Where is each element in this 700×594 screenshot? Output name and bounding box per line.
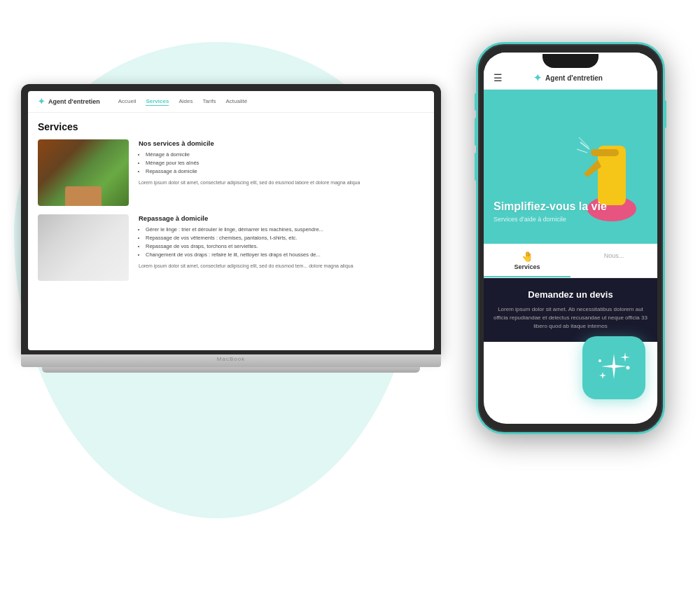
logo-icon: ✦ [38,97,45,106]
phone-notch [542,54,598,68]
service-1-title: Nos services à domicile [139,139,360,147]
nav-aides[interactable]: Aides [178,98,192,106]
nav-tarifs[interactable]: Tarifs [202,98,216,106]
svg-point-6 [626,366,630,370]
phone-hero: Simplifiez-vous la vie Services d'aide à… [484,90,657,244]
page-title: Services [38,121,424,132]
service-section-2: Repassage à domicile Gérer le linge : tr… [38,214,424,281]
site-nav-links: Accueil Services Aides Tarifs Actualité [118,98,248,106]
svg-line-4 [577,149,587,153]
phone-mute-button [475,93,477,111]
towels-bg [38,139,129,206]
laptop: ✦ Agent d'entretien Accueil Services Aid… [21,84,441,373]
phone-logo-icon: ✦ [533,72,542,83]
service-1-text: Nos services à domicile Ménage à domicil… [139,139,360,206]
laptop-mockup: ✦ Agent d'entretien Accueil Services Aid… [21,84,441,373]
site-logo: ✦ Agent d'entretien [38,97,100,106]
list-item: Ménage pour les aînés [146,159,360,167]
scene: ✦ Agent d'entretien Accueil Services Aid… [0,0,700,594]
service-1-list: Ménage à domicile Ménage pour les aînés … [139,151,360,176]
nav-actualite[interactable]: Actualité [226,98,248,106]
tab-nous-label: Nous... [604,252,624,259]
phone-cta-section: Demandez un devis Lorem ipsum dolor sit … [484,278,657,342]
list-item: Changement de vos draps : refaire le lit… [146,251,354,259]
phone-logo-text: Agent d'entretien [545,74,603,82]
tab-services-label: Services [514,263,540,270]
laptop-screen-inner: ✦ Agent d'entretien Accueil Services Aid… [28,91,434,350]
svg-point-7 [598,359,601,362]
hand-icon: 🤚 [484,251,570,262]
phone-hero-text: Simplifiez-vous la vie Services d'aide à… [493,200,607,223]
service-2-list: Gérer le linge : trier et dérouler le li… [139,226,354,259]
service-2-text: Repassage à domicile Gérer le linge : tr… [139,214,354,281]
hamburger-icon[interactable]: ☰ [493,72,503,83]
service-2-desc: Lorem ipsum dolor sit amet, consectetur … [139,263,354,270]
site-content: Services Nos services à domicile Ménage … [28,113,434,298]
site-logo-text: Agent d'entretien [48,98,100,105]
list-item: Repassage de vos draps, torchons et serv… [146,242,354,251]
phone-cta-title: Demandez un devis [493,289,648,300]
site-navbar: ✦ Agent d'entretien Accueil Services Aid… [28,91,434,113]
laptop-foot [42,367,420,373]
app-icon[interactable] [582,336,645,399]
phone-volume-down-button [475,153,477,181]
list-item: Ménage à domicile [146,151,360,159]
svg-rect-2 [591,149,619,156]
phone-tabs: 🤚 Services Nous... [484,244,657,278]
phone-tab-services[interactable]: 🤚 Services [484,244,570,277]
service-2-title: Repassage à domicile [139,214,354,222]
phone-tab-nous[interactable]: Nous... [570,244,657,277]
phone-hero-subtitle: Services d'aide à domicile [493,216,607,223]
list-item: Repassage de vos vêtements : chemises, p… [146,234,354,242]
sparkles-svg [593,347,635,389]
list-item: Repassage à domicile [146,167,360,176]
nav-accueil[interactable]: Accueil [118,98,136,106]
list-item: Gérer le linge : trier et dérouler le li… [146,226,354,234]
laptop-screen-outer: ✦ Agent d'entretien Accueil Services Aid… [21,84,441,354]
towels-image [38,139,129,206]
phone-cta-description: Lorem ipsum dolor sit amet. Ab necessita… [493,305,648,331]
laundry-image [38,214,129,281]
phone-logo: ✦ Agent d'entretien [533,72,603,83]
laundry-bg [38,214,129,281]
nav-services[interactable]: Services [146,98,169,106]
service-section-1: Nos services à domicile Ménage à domicil… [38,139,424,206]
phone-volume-up-button [475,118,477,146]
service-1-desc: Lorem ipsum dolor sit amet, consectetur … [139,179,360,187]
laptop-base [21,354,441,367]
phone-power-button [664,100,666,128]
phone-hero-title: Simplifiez-vous la vie [493,200,607,213]
